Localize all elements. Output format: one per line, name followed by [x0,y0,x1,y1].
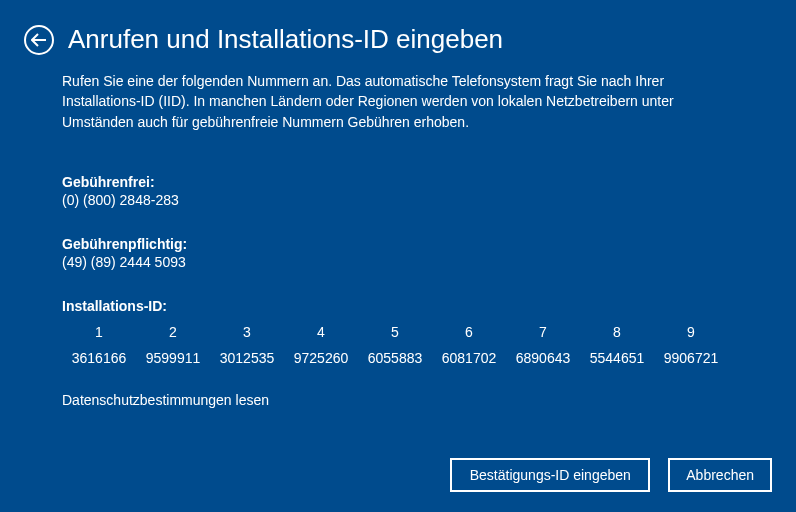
iid-column-index: 1 [62,324,136,340]
iid-column-value: 6890643 [506,350,580,366]
iid-column: 99906721 [654,324,728,366]
back-button[interactable] [24,25,54,55]
iid-column-value: 9599911 [136,350,210,366]
iid-column: 29599911 [136,324,210,366]
iid-column-value: 9725260 [284,350,358,366]
toll-label: Gebührenpflichtig: [62,236,734,252]
iid-column-index: 7 [506,324,580,340]
iid-column: 49725260 [284,324,358,366]
iid-column-index: 5 [358,324,432,340]
iid-column: 56055883 [358,324,432,366]
iid-column-index: 6 [432,324,506,340]
iid-column-value: 9906721 [654,350,728,366]
iid-column-value: 6055883 [358,350,432,366]
iid-column-index: 9 [654,324,728,340]
toll-free-number: (0) (800) 2848-283 [62,192,734,208]
confirm-id-button[interactable]: Bestätigungs-ID eingeben [450,458,650,492]
toll-free-label: Gebührenfrei: [62,174,734,190]
iid-column-value: 3012535 [210,350,284,366]
iid-column: 85544651 [580,324,654,366]
iid-column: 33012535 [210,324,284,366]
cancel-button[interactable]: Abbrechen [668,458,772,492]
iid-column-index: 3 [210,324,284,340]
page-title: Anrufen und Installations-ID eingeben [68,24,503,55]
iid-column-value: 6081702 [432,350,506,366]
toll-free-section: Gebührenfrei: (0) (800) 2848-283 [62,174,734,208]
toll-number: (49) (89) 2444 5093 [62,254,734,270]
installation-id-section: Installations-ID: 1361616629599911330125… [62,298,734,366]
iid-column-value: 3616166 [62,350,136,366]
iid-column-index: 4 [284,324,358,340]
arrow-left-icon [31,33,47,47]
iid-column-index: 8 [580,324,654,340]
installation-id-table: 1361616629599911330125354972526056055883… [62,324,734,366]
privacy-link[interactable]: Datenschutzbestimmungen lesen [62,392,734,408]
iid-column-value: 5544651 [580,350,654,366]
iid-column: 76890643 [506,324,580,366]
iid-column: 66081702 [432,324,506,366]
intro-text: Rufen Sie eine der folgenden Nummern an.… [62,71,734,132]
iid-column-index: 2 [136,324,210,340]
iid-column: 13616166 [62,324,136,366]
installation-id-label: Installations-ID: [62,298,734,314]
toll-section: Gebührenpflichtig: (49) (89) 2444 5093 [62,236,734,270]
